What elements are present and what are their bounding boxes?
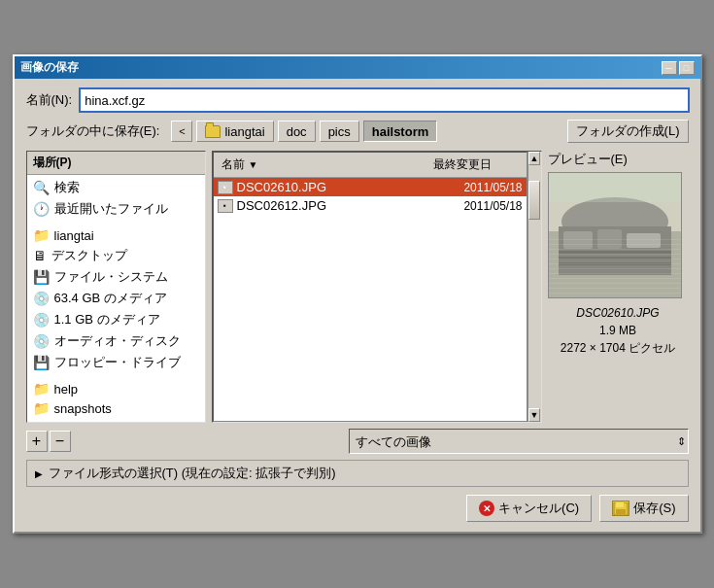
breadcrumb-label: hailstorm bbox=[372, 124, 429, 139]
file-icon: ▪ bbox=[218, 181, 233, 194]
save-button[interactable]: 保存(S) bbox=[599, 495, 688, 522]
preview-filename: DSC02610.JPG bbox=[548, 304, 689, 322]
sidebar-item-filesystem[interactable]: 💾 ファイル・システム bbox=[27, 266, 205, 288]
places-panel: 場所(P) 🔍 検索 🕐 最近開いたファイル 📁 liangtai bbox=[26, 151, 206, 423]
sidebar-item-label: snapshots bbox=[54, 401, 112, 416]
svg-rect-8 bbox=[559, 257, 671, 259]
sidebar-item-label: オーディオ・ディスク bbox=[54, 332, 181, 350]
folder-icon bbox=[205, 125, 221, 138]
search-icon: 🔍 bbox=[33, 180, 50, 195]
cancel-button[interactable]: ✕ キャンセル(C) bbox=[466, 495, 592, 522]
dialog-title: 画像の保存 bbox=[20, 59, 79, 76]
sidebar-item-search[interactable]: 🔍 検索 bbox=[27, 177, 205, 198]
floppy-icon: 💾 bbox=[33, 355, 50, 370]
sidebar-item-label: 63.4 GB のメディア bbox=[54, 290, 167, 307]
folder-icon: 📁 bbox=[33, 227, 50, 243]
preview-panel: プレビュー(E) bbox=[548, 151, 689, 423]
breadcrumb-doc[interactable]: doc bbox=[278, 121, 316, 142]
file-date: 2011/05/18 bbox=[430, 199, 523, 213]
file-list-panel: 名前 ▼ 最終変更日 ▪ DSC02610.JPG 2011/05/18 bbox=[213, 152, 527, 422]
breadcrumb-liangtai[interactable]: liangtai bbox=[196, 121, 273, 142]
sidebar-item-media-63[interactable]: 💿 63.4 GB のメディア bbox=[27, 288, 205, 309]
svg-rect-13 bbox=[616, 509, 626, 514]
sidebar-item-label: help bbox=[54, 382, 79, 397]
file-icon: ▪ bbox=[218, 199, 233, 213]
sidebar-item-label: 検索 bbox=[54, 179, 80, 196]
minimize-button[interactable]: ─ bbox=[662, 61, 677, 75]
sidebar-item-snapshots[interactable]: 📁 snapshots bbox=[27, 398, 205, 418]
file-row[interactable]: ▪ DSC02612.JPG 2011/05/18 bbox=[214, 196, 527, 215]
sidebar-item-liangtai[interactable]: 📁 liangtai bbox=[27, 225, 205, 245]
filesystem-icon: 💾 bbox=[33, 269, 50, 285]
svg-rect-6 bbox=[627, 233, 661, 248]
save-dialog: 画像の保存 ─ □ 名前(N): フォルダの中に保存(E): < liangta… bbox=[13, 54, 702, 534]
file-name: DSC02612.JPG bbox=[237, 198, 430, 213]
svg-point-2 bbox=[561, 197, 668, 246]
svg-rect-5 bbox=[597, 229, 622, 249]
titlebar: 画像の保存 ─ □ bbox=[15, 56, 700, 79]
sort-arrow-icon: ▼ bbox=[249, 159, 258, 170]
preview-image bbox=[549, 173, 681, 297]
svg-rect-7 bbox=[559, 251, 671, 254]
sidebar-item-graphics[interactable]: 📁 graphics bbox=[27, 418, 205, 422]
cancel-label: キャンセル(C) bbox=[498, 500, 579, 517]
breadcrumb-label: doc bbox=[287, 124, 307, 139]
filter-select[interactable]: すべての画像 JPEG画像 PNG画像 BMP画像 bbox=[349, 429, 689, 454]
scrollbar[interactable]: ▲ ▼ bbox=[527, 152, 541, 422]
breadcrumb-hailstorm[interactable]: hailstorm bbox=[363, 121, 438, 142]
column-date-header[interactable]: 最終変更日 bbox=[429, 155, 527, 175]
svg-rect-9 bbox=[559, 262, 671, 265]
file-type-section[interactable]: ▶ ファイル形式の選択(T) (現在の設定: 拡張子で判別) bbox=[26, 460, 689, 487]
sidebar-item-desktop[interactable]: 🖥 デスクトップ bbox=[27, 245, 205, 266]
save-label: 保存(S) bbox=[633, 500, 675, 517]
folder-label: フォルダの中に保存(E): bbox=[26, 122, 160, 140]
file-name: DSC02610.JPG bbox=[237, 180, 430, 194]
floppy-disk-icon bbox=[613, 502, 629, 515]
create-folder-button[interactable]: フォルダの作成(L) bbox=[567, 120, 689, 143]
media-icon: 💿 bbox=[33, 291, 50, 306]
sidebar-item-label: 最近開いたファイル bbox=[54, 200, 168, 218]
file-date: 2011/05/18 bbox=[430, 181, 523, 194]
maximize-button[interactable]: □ bbox=[679, 61, 695, 75]
sidebar-item-floppy[interactable]: 💾 フロッピー・ドライブ bbox=[27, 352, 205, 373]
svg-rect-10 bbox=[549, 173, 681, 202]
sidebar-item-audio[interactable]: 💿 オーディオ・ディスク bbox=[27, 330, 205, 352]
preview-dimensions: 2272 × 1704 ピクセル bbox=[548, 339, 689, 357]
save-icon bbox=[612, 501, 629, 516]
scrollbar-down-button[interactable]: ▼ bbox=[528, 408, 540, 422]
add-bookmark-button[interactable]: + bbox=[26, 431, 48, 452]
file-list-header: 名前 ▼ 最終変更日 bbox=[214, 153, 527, 178]
folder-icon: 📁 bbox=[33, 381, 50, 397]
places-header: 場所(P) bbox=[27, 152, 205, 175]
folder-icon: 📁 bbox=[33, 420, 50, 422]
svg-rect-4 bbox=[563, 231, 593, 249]
filename-input[interactable] bbox=[80, 88, 688, 112]
preview-header: プレビュー(E) bbox=[548, 151, 689, 168]
remove-bookmark-button[interactable]: − bbox=[50, 431, 71, 452]
audio-icon: 💿 bbox=[33, 333, 50, 349]
places-list: 🔍 検索 🕐 最近開いたファイル 📁 liangtai 🖥 デスクトッ bbox=[27, 175, 205, 422]
sidebar-item-label: フロッピー・ドライブ bbox=[54, 354, 181, 371]
sidebar-item-label: ファイル・システム bbox=[54, 268, 168, 286]
sidebar-item-label: 1.1 GB のメディア bbox=[54, 311, 160, 329]
scrollbar-up-button[interactable]: ▲ bbox=[528, 152, 540, 165]
file-type-label: ファイル形式の選択(T) (現在の設定: 拡張子で判別) bbox=[49, 465, 336, 482]
folder-icon: 📁 bbox=[33, 400, 50, 416]
filename-label: 名前(N): bbox=[26, 91, 73, 109]
expand-arrow-icon: ▶ bbox=[35, 468, 43, 479]
file-list: ▪ DSC02610.JPG 2011/05/18 ▪ DSC02612.JPG… bbox=[214, 178, 527, 421]
sidebar-item-label: デスクトップ bbox=[51, 247, 127, 264]
sidebar-item-recent[interactable]: 🕐 最近開いたファイル bbox=[27, 198, 205, 220]
breadcrumb-pics[interactable]: pics bbox=[320, 121, 359, 142]
media-icon: 💿 bbox=[33, 312, 50, 328]
column-name-header[interactable]: 名前 ▼ bbox=[214, 155, 429, 175]
sidebar-item-label: graphics bbox=[54, 421, 102, 423]
sidebar-item-media-1[interactable]: 💿 1.1 GB のメディア bbox=[27, 309, 205, 330]
action-buttons: ✕ キャンセル(C) 保存(S) bbox=[26, 495, 689, 522]
sidebar-item-help[interactable]: 📁 help bbox=[27, 379, 205, 398]
file-row[interactable]: ▪ DSC02610.JPG 2011/05/18 bbox=[214, 178, 527, 196]
nav-back-button[interactable]: < bbox=[171, 121, 192, 142]
scrollbar-thumb[interactable] bbox=[528, 181, 540, 220]
desktop-icon: 🖥 bbox=[33, 248, 47, 263]
preview-box bbox=[548, 172, 682, 298]
